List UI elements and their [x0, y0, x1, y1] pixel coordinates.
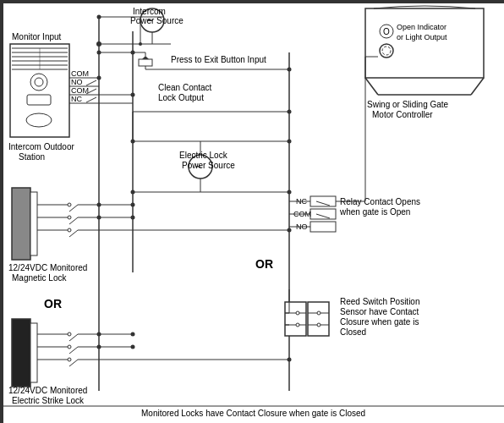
svg-point-156: [131, 216, 135, 220]
svg-point-12: [26, 113, 52, 127]
svg-rect-37: [139, 59, 152, 66]
svg-point-79: [131, 190, 135, 195]
svg-point-161: [131, 332, 135, 337]
svg-text:12/24VDC Monitored: 12/24VDC Monitored: [8, 386, 87, 395]
svg-text:12/24VDC Monitored: 12/24VDC Monitored: [8, 263, 87, 272]
svg-text:Sensor have Contact: Sensor have Contact: [340, 307, 419, 316]
svg-point-81: [288, 190, 292, 195]
svg-rect-84: [310, 222, 336, 232]
svg-text:Swing or Sliding Gate: Swing or Sliding Gate: [367, 100, 449, 109]
svg-text:Press to Exit Button Input: Press to Exit Button Input: [171, 55, 266, 64]
svg-point-10: [35, 78, 43, 86]
svg-point-174: [97, 15, 101, 19]
svg-rect-135: [12, 319, 30, 387]
svg-text:Station: Station: [19, 152, 45, 162]
svg-point-121: [68, 216, 71, 219]
svg-text:OR: OR: [44, 297, 62, 310]
svg-point-65: [288, 110, 292, 114]
wiring-diagram: Monitor Input ~ Intercom Power Source O …: [0, 0, 504, 423]
svg-text:Lock Output: Lock Output: [158, 93, 204, 102]
svg-point-108: [317, 323, 320, 327]
svg-point-119: [68, 203, 71, 206]
svg-text:or Light Output: or Light Output: [397, 33, 447, 41]
svg-point-154: [131, 203, 135, 207]
svg-rect-99: [285, 302, 306, 336]
svg-rect-100: [308, 302, 329, 336]
svg-text:NO: NO: [71, 78, 83, 86]
svg-text:Reed Switch Position: Reed Switch Position: [340, 297, 420, 306]
svg-text:Power Source: Power Source: [182, 161, 235, 170]
svg-point-107: [296, 323, 299, 327]
svg-rect-11: [27, 95, 51, 105]
svg-point-159: [288, 228, 292, 233]
svg-text:Clean Contact: Clean Contact: [158, 83, 212, 92]
svg-text:O: O: [383, 27, 390, 36]
svg-rect-83: [310, 209, 336, 219]
svg-text:Intercom Outdoor: Intercom Outdoor: [8, 142, 74, 151]
svg-point-123: [68, 228, 71, 232]
svg-point-35: [96, 41, 101, 47]
svg-text:Motor Controller: Motor Controller: [372, 110, 433, 119]
svg-point-138: [68, 332, 71, 336]
svg-point-163: [131, 345, 135, 349]
svg-text:Open Indicator: Open Indicator: [397, 23, 446, 31]
svg-point-105: [296, 311, 299, 315]
svg-text:Closure when gate is: Closure when gate is: [340, 317, 419, 327]
svg-point-75: [288, 140, 292, 144]
svg-text:when gate is Open: when gate is Open: [339, 207, 410, 217]
monitor-input-label: Monitor Input: [12, 32, 62, 41]
svg-text:Power Source: Power Source: [130, 16, 184, 25]
svg-point-166: [288, 358, 292, 362]
svg-text:Monitored Locks have Contact C: Monitored Locks have Contact Closure whe…: [141, 409, 365, 418]
svg-rect-116: [12, 188, 30, 260]
svg-rect-82: [310, 196, 336, 206]
svg-point-106: [317, 311, 320, 315]
svg-point-142: [68, 358, 71, 361]
svg-text:COM: COM: [71, 86, 89, 95]
svg-text:Electric Lock: Electric Lock: [179, 151, 228, 160]
svg-point-44: [97, 51, 101, 55]
svg-point-50: [97, 76, 101, 80]
svg-text:Electric Strike Lock: Electric Strike Lock: [12, 396, 85, 405]
svg-point-55: [131, 93, 135, 97]
svg-text:NC: NC: [71, 95, 82, 103]
svg-text:Intercom: Intercom: [133, 7, 166, 16]
svg-text:OR: OR: [255, 257, 273, 271]
svg-point-46: [288, 68, 292, 72]
svg-point-140: [68, 345, 71, 349]
svg-text:Magnetic Lock: Magnetic Lock: [12, 273, 67, 283]
svg-text:COM: COM: [71, 69, 89, 78]
svg-rect-117: [30, 192, 37, 255]
svg-rect-136: [30, 323, 37, 382]
svg-text:Closed: Closed: [340, 327, 366, 337]
svg-point-19: [380, 44, 393, 58]
